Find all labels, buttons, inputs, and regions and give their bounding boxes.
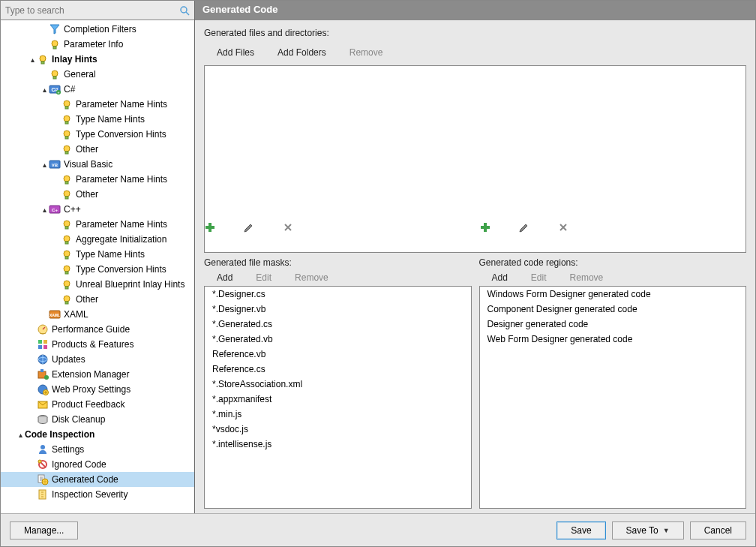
tree-item-label: Other xyxy=(76,189,98,200)
masks-toolbar: Add Edit Remove xyxy=(204,269,472,286)
list-item[interactable]: *.appxmanifest xyxy=(205,392,471,407)
tree-item-label: Disk Cleanup xyxy=(52,414,105,425)
tree-item-aggregate-initialization[interactable]: Aggregate Initialization xyxy=(1,232,194,247)
search-box[interactable] xyxy=(1,1,194,20)
list-item[interactable]: *.Designer.vb xyxy=(205,302,471,317)
list-item[interactable]: Designer generated code xyxy=(480,317,746,332)
list-item[interactable]: *.Generated.cs xyxy=(205,317,471,332)
tree-item-inlay-hints[interactable]: ▴Inlay Hints xyxy=(1,52,194,67)
tree-item-inspection-severity[interactable]: Inspection Severity xyxy=(1,487,194,502)
tree-item-type-name-hints[interactable]: Type Name Hints xyxy=(1,112,194,127)
tree-item-completion-filters[interactable]: Completion Filters xyxy=(1,22,194,37)
tree-item-updates[interactable]: Updates xyxy=(1,352,194,367)
tree-item-label: Type Name Hints xyxy=(76,249,145,260)
list-item[interactable]: *.Designer.cs xyxy=(205,287,471,302)
regions-listbox[interactable]: Windows Form Designer generated codeComp… xyxy=(479,286,747,509)
tree-item-type-name-hints[interactable]: Type Name Hints xyxy=(1,247,194,262)
list-item[interactable]: *.StoreAssociation.xml xyxy=(205,377,471,392)
tree-item-settings[interactable]: Settings xyxy=(1,442,194,457)
tree-item-visual-basic[interactable]: ▴Visual Basic xyxy=(1,157,194,172)
expand-toggle[interactable]: ▴ xyxy=(40,206,49,214)
tree-item-label: Extension Manager xyxy=(52,369,129,380)
tree-item-ignored-code[interactable]: Ignored Code xyxy=(1,457,194,472)
bulb-icon xyxy=(49,68,61,80)
user-icon xyxy=(37,443,49,455)
list-item[interactable]: Web Form Designer generated code xyxy=(480,332,746,347)
tree-item-label: Type Name Hints xyxy=(76,114,145,125)
tree-item-web-proxy-settings[interactable]: Web Proxy Settings xyxy=(1,382,194,397)
tree-item-c-[interactable]: ▴C++ xyxy=(1,202,194,217)
plus-icon xyxy=(479,272,490,283)
bulb-icon xyxy=(37,53,49,65)
search-input[interactable] xyxy=(5,5,179,16)
bulb-icon xyxy=(61,263,73,275)
tree-item-disk-cleanup[interactable]: Disk Cleanup xyxy=(1,412,194,427)
regions-edit-button: Edit xyxy=(518,272,547,283)
tree-item-label: Performance Guide xyxy=(52,324,130,335)
settings-tree[interactable]: Completion FiltersParameter Info▴Inlay H… xyxy=(1,20,194,513)
list-item[interactable]: *vsdoc.js xyxy=(205,422,471,437)
tree-item-type-conversion-hints[interactable]: Type Conversion Hints xyxy=(1,262,194,277)
tree-item-parameter-name-hints[interactable]: Parameter Name Hints xyxy=(1,217,194,232)
tree-item-other[interactable]: Other xyxy=(1,187,194,202)
disk-icon xyxy=(37,413,49,425)
save-to-button[interactable]: Save To▼ xyxy=(612,521,684,539)
grid-icon xyxy=(37,338,49,350)
list-item[interactable]: *.min.js xyxy=(205,407,471,422)
edit-icon xyxy=(518,272,529,283)
options-dialog: Completion FiltersParameter Info▴Inlay H… xyxy=(0,0,756,547)
main-area: Completion FiltersParameter Info▴Inlay H… xyxy=(1,1,755,513)
bulb-icon xyxy=(61,98,73,110)
list-item[interactable]: *.Generated.vb xyxy=(205,332,471,347)
tree-item-label: C++ xyxy=(64,204,81,215)
list-item[interactable]: Reference.cs xyxy=(205,362,471,377)
bulb-icon xyxy=(61,293,73,305)
tree-item-other[interactable]: Other xyxy=(1,142,194,157)
tree-item-parameter-name-hints[interactable]: Parameter Name Hints xyxy=(1,172,194,187)
bulb-icon xyxy=(61,233,73,245)
tree-item-code-inspection[interactable]: ▴Code Inspection xyxy=(1,427,194,442)
list-item[interactable]: *.intellisense.js xyxy=(205,437,471,452)
tree-item-xaml[interactable]: XAML xyxy=(1,307,194,322)
edit-icon xyxy=(243,272,254,283)
expand-toggle[interactable]: ▴ xyxy=(16,431,25,439)
regions-add-button[interactable]: Add xyxy=(479,272,508,283)
tree-item-label: Inspection Severity xyxy=(52,489,128,500)
manage-button[interactable]: Manage... xyxy=(10,521,78,539)
list-item[interactable]: Windows Form Designer generated code xyxy=(480,287,746,302)
expand-toggle[interactable]: ▴ xyxy=(40,86,49,94)
expand-toggle[interactable]: ▴ xyxy=(40,161,49,169)
tree-item-parameter-name-hints[interactable]: Parameter Name Hints xyxy=(1,97,194,112)
expand-toggle[interactable]: ▴ xyxy=(28,56,37,64)
xaml-icon xyxy=(49,308,61,320)
tree-item-generated-code[interactable]: Generated Code xyxy=(1,472,194,487)
list-item[interactable]: Component Designer generated code xyxy=(480,302,746,317)
tree-item-parameter-info[interactable]: Parameter Info xyxy=(1,37,194,52)
remove-icon xyxy=(557,272,568,283)
tree-item-label: Updates xyxy=(52,354,86,365)
tree-item-label: Parameter Name Hints xyxy=(76,219,167,230)
cs-icon xyxy=(49,83,61,95)
bulb-icon xyxy=(61,278,73,290)
tree-item-products-features[interactable]: Products & Features xyxy=(1,337,194,352)
tree-item-label: Web Proxy Settings xyxy=(52,384,130,395)
sidebar: Completion FiltersParameter Info▴Inlay H… xyxy=(1,1,195,513)
tree-item-unreal-blueprint-inlay-hints[interactable]: Unreal Blueprint Inlay Hints xyxy=(1,277,194,292)
save-button[interactable]: Save xyxy=(556,521,605,539)
tree-item-label: Type Conversion Hints xyxy=(76,264,166,275)
list-item[interactable]: Reference.vb xyxy=(205,347,471,362)
masks-add-button[interactable]: Add xyxy=(204,272,232,283)
tree-item-label: C# xyxy=(64,84,75,95)
tree-item-performance-guide[interactable]: Performance Guide xyxy=(1,322,194,337)
tree-item-c-[interactable]: ▴C# xyxy=(1,82,194,97)
tree-item-product-feedback[interactable]: Product Feedback xyxy=(1,397,194,412)
cancel-button[interactable]: Cancel xyxy=(690,521,746,539)
masks-listbox[interactable]: *.Designer.cs*.Designer.vb*.Generated.cs… xyxy=(204,286,472,509)
tree-item-label: Ignored Code xyxy=(52,459,106,470)
tree-item-extension-manager[interactable]: Extension Manager xyxy=(1,367,194,382)
remove-icon xyxy=(282,272,292,283)
tree-item-general[interactable]: General xyxy=(1,67,194,82)
funnel-icon xyxy=(49,23,61,35)
tree-item-type-conversion-hints[interactable]: Type Conversion Hints xyxy=(1,127,194,142)
tree-item-other[interactable]: Other xyxy=(1,292,194,307)
